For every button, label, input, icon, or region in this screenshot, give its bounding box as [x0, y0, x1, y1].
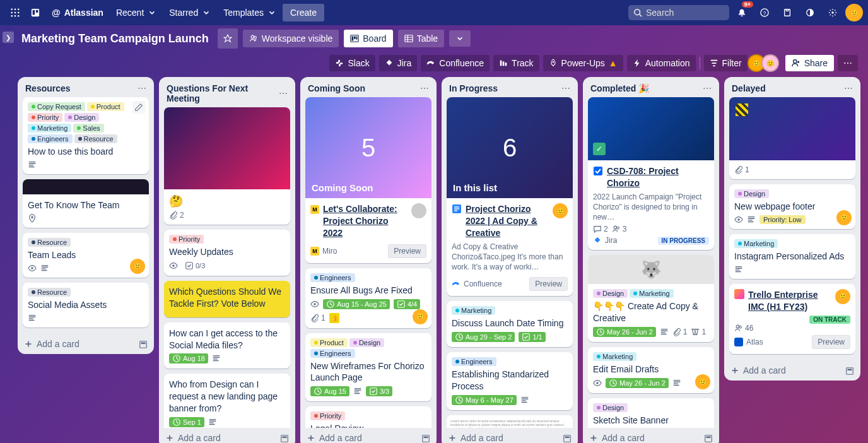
- due-date-badge[interactable]: May 26 - Jun 2: [606, 378, 669, 388]
- card-members[interactable]: 🙂: [132, 259, 145, 274]
- card-template-icon[interactable]: [563, 433, 572, 443]
- card[interactable]: Which Questions Should We Tackle First? …: [164, 281, 290, 317]
- add-card-button[interactable]: Add a card: [300, 428, 437, 443]
- label[interactable]: Marketing: [734, 239, 778, 248]
- brand-name[interactable]: @Atlassian: [45, 4, 110, 21]
- help-icon[interactable]: ?: [754, 3, 775, 23]
- label[interactable]: Product: [310, 338, 348, 347]
- preview-button[interactable]: Preview: [529, 277, 568, 291]
- due-date-badge[interactable]: May 26 - Jun 2: [593, 327, 656, 337]
- card[interactable]: ProductDesignEngineersNew Wireframes For…: [305, 333, 431, 402]
- edit-card-icon[interactable]: [132, 101, 145, 114]
- account-icon[interactable]: [777, 3, 797, 23]
- star-icon[interactable]: [218, 28, 238, 49]
- due-date-badge[interactable]: Aug 18: [169, 353, 208, 363]
- powerup-confluence[interactable]: Confluence: [421, 55, 490, 71]
- add-card-button[interactable]: Add a card: [442, 428, 578, 443]
- list-menu-icon[interactable]: ⋯: [561, 83, 570, 93]
- card-member-avatar[interactable]: 🙂: [553, 203, 568, 218]
- card[interactable]: 🤔 2: [164, 107, 290, 225]
- label[interactable]: Copy Request: [28, 102, 85, 111]
- card[interactable]: MarketingDiscuss Launch Date Timing Aug …: [447, 301, 573, 347]
- powerup-track[interactable]: Track: [493, 55, 539, 71]
- card-template-icon[interactable]: [845, 365, 854, 375]
- notifications-icon[interactable]: [732, 3, 752, 23]
- board-title[interactable]: Marketing Team Campaign Launch: [18, 32, 213, 45]
- due-date-badge[interactable]: Aug 15 - Aug 25: [323, 299, 390, 309]
- label[interactable]: Marketing: [452, 306, 495, 315]
- preview-button[interactable]: Preview: [388, 244, 426, 258]
- label[interactable]: Engineers: [28, 134, 73, 143]
- list-title[interactable]: Completed 🎉: [590, 83, 649, 93]
- sidebar-expand-handle[interactable]: ❯: [3, 32, 14, 43]
- add-card-button[interactable]: Add a card: [159, 428, 295, 443]
- board-canvas[interactable]: Resources⋯Copy RequestProductPriorityDes…: [0, 76, 868, 443]
- card[interactable]: EngineersEstablishing Standarized Proces…: [447, 352, 573, 410]
- card-member-avatar[interactable]: 🙂: [835, 289, 850, 304]
- list-title[interactable]: Resources: [25, 83, 71, 93]
- card[interactable]: Get To Know The Team: [23, 179, 149, 228]
- nav-recent[interactable]: Recent: [110, 4, 163, 21]
- label[interactable]: Marketing: [28, 124, 71, 133]
- card[interactable]: DesignNew webpage footerPriority: Low🙂: [729, 184, 855, 229]
- list-menu-icon[interactable]: ⋯: [703, 83, 712, 93]
- add-card-button[interactable]: Add a card: [583, 428, 719, 443]
- label[interactable]: Engineers: [310, 273, 355, 282]
- due-date-badge[interactable]: Aug 15: [310, 386, 349, 396]
- label[interactable]: Resource: [28, 288, 71, 297]
- card[interactable]: Lorem ipsum dolor sit amet consectetur a…: [447, 415, 573, 428]
- label[interactable]: Design: [349, 338, 384, 347]
- label[interactable]: Marketing: [630, 289, 673, 298]
- card[interactable]: MarketingInstagram Personalized Ads: [729, 234, 855, 279]
- due-date-badge[interactable]: Sep 1: [169, 417, 204, 427]
- card-members[interactable]: 🙂: [839, 210, 852, 225]
- card-members[interactable]: 🙂: [698, 374, 710, 389]
- trello-logo-icon[interactable]: [25, 3, 45, 23]
- card[interactable]: ✓CSD-708: Project Chorizo2022 Launch Cam…: [588, 97, 714, 250]
- card-template-icon[interactable]: [139, 339, 148, 349]
- view-table-button[interactable]: Table: [398, 30, 444, 47]
- board-members[interactable]: 🙂🙂: [751, 54, 779, 72]
- card[interactable]: 5Coming SoonMLet's Collaborate: Project …: [305, 97, 431, 263]
- card[interactable]: DesignSketch Site Banner May 26 - Jun 2: [588, 398, 714, 428]
- card[interactable]: 6In this listProject Chorizo 2022 | Ad C…: [447, 97, 573, 296]
- list-menu-icon[interactable]: ⋯: [138, 83, 146, 93]
- label[interactable]: Design: [593, 289, 628, 298]
- list-menu-icon[interactable]: ⋯: [844, 83, 853, 93]
- card[interactable]: 🐺DesignMarketing👇👇👇 Create Ad Copy & Cre…: [588, 255, 714, 342]
- label[interactable]: Engineers: [452, 357, 496, 366]
- card[interactable]: 1: [729, 97, 855, 179]
- add-card-button[interactable]: Add a card: [18, 334, 154, 354]
- list-title[interactable]: Questions For Next Meeting: [167, 83, 279, 103]
- view-board-button[interactable]: Board: [344, 30, 392, 47]
- card[interactable]: ResourceTeam Leads🙂: [23, 233, 149, 278]
- share-button[interactable]: Share: [785, 55, 834, 71]
- card-members[interactable]: 🙂: [415, 309, 428, 324]
- powerup-slack[interactable]: Slack: [329, 55, 375, 71]
- list-title[interactable]: In Progress: [449, 83, 498, 93]
- label[interactable]: Design: [593, 403, 628, 412]
- add-card-button[interactable]: Add a card: [724, 360, 860, 381]
- card-template-icon[interactable]: [280, 433, 289, 443]
- label[interactable]: Priority: [310, 411, 345, 420]
- board-menu-button[interactable]: ⋯: [838, 55, 858, 71]
- app-switcher-icon[interactable]: [5, 3, 25, 23]
- label[interactable]: Priority: [28, 113, 62, 122]
- card-member-avatar[interactable]: [411, 203, 426, 218]
- label[interactable]: Design: [734, 189, 769, 198]
- automation-button[interactable]: Automation: [627, 55, 696, 71]
- due-date-badge[interactable]: May 6 - May 27: [452, 395, 517, 405]
- card[interactable]: Who from Design can I request a new land…: [164, 374, 290, 427]
- label[interactable]: Engineers: [310, 349, 355, 358]
- card-template-icon[interactable]: [421, 433, 430, 443]
- label[interactable]: Sales: [73, 124, 104, 133]
- card[interactable]: How can I get access to the Social Media…: [164, 322, 290, 369]
- filter-button[interactable]: Filter: [704, 55, 748, 71]
- list-title[interactable]: Delayed: [732, 83, 766, 93]
- workspace-visibility-button[interactable]: Workspace visible: [243, 30, 339, 47]
- due-date-badge[interactable]: Aug 29 - Sep 2: [452, 332, 515, 342]
- powerups-button[interactable]: Power-Ups ▲: [543, 55, 623, 71]
- label[interactable]: Resource: [74, 134, 117, 143]
- list-title[interactable]: Coming Soon: [308, 83, 365, 93]
- user-avatar[interactable]: 🙂: [845, 4, 863, 21]
